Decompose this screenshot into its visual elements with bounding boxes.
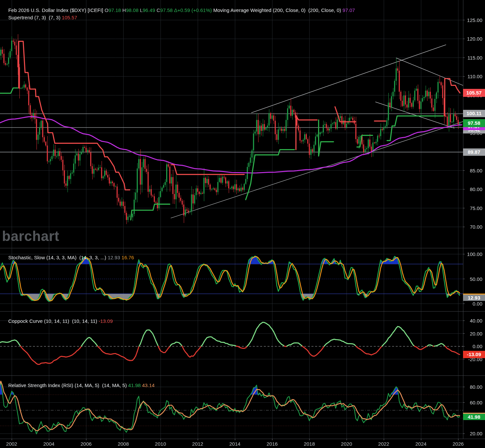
close-value: 97.58 [160, 7, 173, 13]
axis-value-badge: 100.11 [463, 110, 485, 117]
year-tick-label: 2016 [266, 441, 277, 447]
low-label: L [140, 7, 143, 13]
ma-study-value: 97.07 [342, 7, 355, 13]
axis-value-badge: -13.09 [463, 351, 485, 358]
stochastic-d-value: 16.76 [122, 255, 134, 260]
stochastic-k-value: 12.93 [108, 255, 120, 260]
change-value: Δ+0.59 (+0.61%) [174, 7, 212, 13]
high-value: 98.08 [126, 7, 139, 13]
year-tick-label: 2010 [155, 441, 166, 447]
year-tick-label: 2004 [43, 441, 54, 447]
supertrend-study-row[interactable]: Supertrend (7, 3) (7, 3) 105.57 [3, 9, 77, 26]
price-tick-label: 85.00 [463, 167, 482, 173]
stochastic-panel-title[interactable]: Stochastic, Slow (14, 3, 3, MA) (14, 3, … [3, 249, 134, 266]
rsi-panel-title[interactable]: Relative Strength Index (RSI) (14, MA, 5… [3, 377, 155, 394]
stochastic-title: Stochastic, Slow (14, 3, 3, MA) (14, 3, … [8, 255, 106, 260]
close-label: C [157, 7, 160, 13]
open-label: O [105, 7, 109, 13]
coppock-tick-label: 20.00 [463, 331, 482, 336]
coppock-tick-label: 40.00 [463, 318, 482, 324]
year-tick-label: 2018 [304, 441, 315, 447]
high-label: H [122, 7, 126, 13]
year-tick-label: 2012 [192, 441, 203, 447]
price-tick-label: 120.00 [463, 36, 482, 42]
year-tick-label: 2020 [341, 441, 352, 447]
year-tick-label: 2014 [230, 441, 241, 447]
year-tick-label: 2026 [453, 441, 464, 447]
supertrend-label: Supertrend (7, 3) (7, 3) [8, 15, 61, 20]
rsi-value: 41.98 [128, 382, 141, 388]
axis-value-badge: 89.87 [463, 148, 485, 156]
year-tick-label: 2024 [415, 441, 426, 447]
rsi-tick-label: 80.00 [463, 384, 482, 390]
low-value: 96.49 [143, 7, 155, 13]
price-tick-label: 80.00 [463, 186, 482, 192]
year-tick-label: 2002 [6, 441, 17, 447]
coppock-title: Coppock Curve (10, 14, 11) (10, 14, 11) [8, 318, 97, 324]
rsi-title: Relative Strength Index (RSI) (14, MA, 5… [8, 382, 127, 388]
price-tick-label: 110.00 [463, 74, 482, 79]
coppock-panel-title[interactable]: Coppock Curve (10, 14, 11) (10, 14, 11) … [3, 313, 113, 330]
price-tick-label: 70.00 [463, 224, 482, 230]
barchart-watermark-logo: barchart [2, 228, 59, 244]
stoch-tick-label: 0.00 [463, 301, 482, 307]
axis-value-badge: 105.57 [463, 89, 485, 97]
open-value: 97.18 [109, 7, 121, 13]
price-tick-label: 75.00 [463, 205, 482, 211]
axis-value-badge: 41.98 [463, 413, 485, 420]
supertrend-value: 105.57 [62, 15, 77, 20]
coppock-value: -13.09 [99, 318, 113, 324]
axis-value-badge: 12.93 [463, 294, 485, 301]
coppock-tick-label: 0.00 [463, 343, 482, 349]
price-tick-label: 115.00 [463, 55, 482, 60]
price-tick-label: 125.00 [463, 17, 482, 23]
chart-root: barchart Feb 2026 U.S. Dollar Index ($DX… [0, 0, 485, 448]
year-tick-label: 2008 [118, 441, 129, 447]
stoch-tick-label: 50.00 [463, 276, 482, 282]
rsi-ma-value: 43.14 [142, 382, 155, 388]
rsi-tick-label: 60.00 [463, 399, 482, 405]
axis-value-badge: 97.58 [463, 119, 485, 127]
stoch-tick-label: 100.00 [463, 251, 482, 257]
year-tick-label: 2006 [81, 441, 92, 447]
year-tick-label: 2022 [378, 441, 389, 447]
ma-study-label[interactable]: Moving Average Weighted (200, Close, 0) … [213, 7, 341, 13]
rsi-tick-label: 20.00 [463, 431, 482, 436]
